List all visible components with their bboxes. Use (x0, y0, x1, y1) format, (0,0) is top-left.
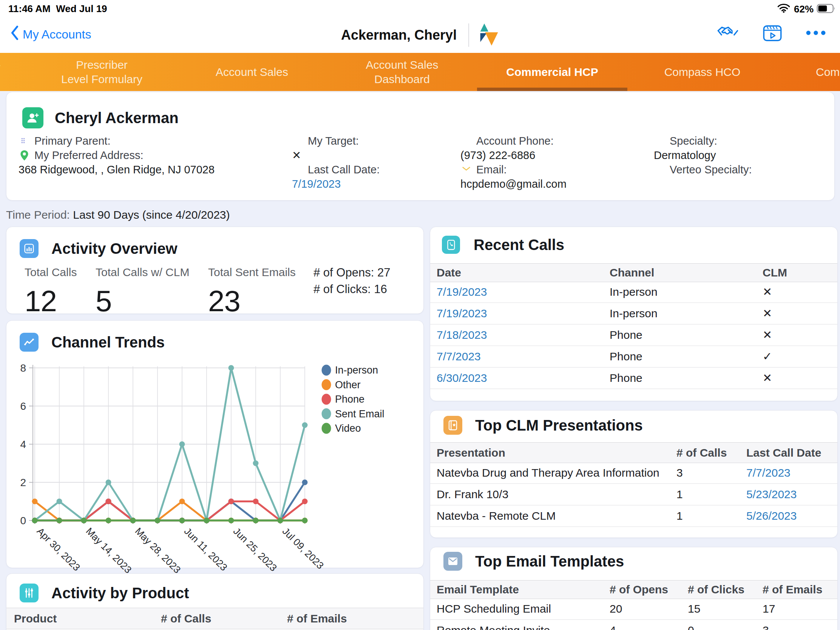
field-value: 368 Ridgewood, , Glen Ridge, NJ 07028 (19, 164, 215, 176)
tab-account-sales[interactable]: Account Sales (177, 53, 327, 91)
svg-text:Other: Other (335, 379, 361, 390)
nav-bar: My Accounts Ackerman, Cheryl (0, 17, 840, 53)
svg-text:2: 2 (20, 477, 26, 488)
table-header: Presentation # of Calls Last Call Date (430, 442, 837, 463)
stat-total-calls: Total Calls 12 (25, 266, 77, 318)
top-clm-title: Top CLM Presentations (475, 416, 643, 435)
call-date-link[interactable]: 7/19/2023 (437, 303, 487, 324)
call-channel: Phone (609, 324, 643, 346)
svg-text:Jun 25, 2023: Jun 25, 2023 (231, 525, 279, 574)
tab-bar: yPrescriberLevel FormularyAccount SalesA… (0, 53, 840, 91)
presentation-name: Dr. Frank 10/3 (437, 484, 508, 505)
more-icon[interactable] (805, 30, 826, 37)
call-clm-flag: ✓ (763, 346, 772, 367)
medical-icon (654, 135, 665, 147)
call-clm-flag: ✕ (763, 324, 772, 346)
contact-card: Cheryl Ackerman Primary Parent:My Prefer… (6, 92, 835, 201)
clock-icon (292, 164, 304, 175)
tab-compass-hco[interactable]: Compass HCO (627, 53, 777, 91)
column-header: Email Template (437, 581, 519, 598)
wifi-icon (777, 3, 790, 15)
tab-account-sales-dashboard[interactable]: Account SalesDashboard (327, 53, 477, 91)
app-logo-icon (478, 23, 499, 48)
recent-call-row: 7/18/2023 Phone ✕ (430, 324, 837, 346)
email-template-name: Remote Meeting Invite (437, 620, 550, 630)
status-time-date: 11:46 AM Wed Jul 19 (8, 3, 107, 15)
stat-total-sent-emails: Total Sent Emails 23 (208, 266, 296, 318)
svg-text:0: 0 (20, 515, 26, 526)
tab-comp[interactable]: Comp (777, 53, 840, 91)
field-label: Primary Parent: (35, 135, 110, 147)
column-header: Channel (609, 264, 654, 282)
table-header: Email Template # of Opens # of Clicks # … (430, 580, 837, 599)
email-count: 3 (763, 620, 769, 630)
field-value: (973) 222-6886 (460, 149, 535, 162)
pin-icon (19, 150, 30, 161)
handshake-icon[interactable] (717, 25, 739, 44)
presentation-last-call-link[interactable]: 5/23/2023 (746, 484, 797, 505)
svg-text:May 28, 2023: May 28, 2023 (133, 525, 183, 576)
field-label: Email: (476, 164, 507, 176)
nav-divider (468, 24, 469, 47)
call-clm-flag: ✕ (763, 303, 772, 324)
person-icon (22, 107, 43, 128)
presentation-calls: 3 (676, 462, 683, 483)
contact-column: Primary Parent:My Preferred Address:368 … (19, 134, 260, 177)
recent-call-row: 7/7/2023 Phone ✓ (430, 346, 837, 368)
presentation-last-call-link[interactable]: 7/7/2023 (746, 462, 791, 483)
contact-column: Account Phone:(973) 222-6886Email:hcpdem… (460, 134, 642, 191)
call-channel: Phone (609, 368, 643, 388)
column-header: # of Emails (763, 581, 822, 598)
field-label: My Preferred Address: (35, 149, 144, 162)
field-value-link[interactable]: 7/19/2023 (292, 178, 341, 190)
call-date-link[interactable]: 7/19/2023 (437, 281, 487, 303)
clm-presentation-row: Dr. Frank 10/3 1 5/23/2023 (430, 484, 837, 505)
field-value: ✕ (292, 149, 301, 162)
video-icon[interactable] (763, 25, 782, 43)
tab-commercial-hcp[interactable]: Commercial HCP (477, 53, 627, 91)
field-label: Account Phone: (476, 135, 554, 147)
field-label: My Target: (308, 135, 359, 147)
email-clicks: 0 (688, 620, 694, 630)
field-label: Last Call Date: (308, 164, 380, 176)
svg-text:Phone: Phone (335, 393, 365, 405)
call-date-link[interactable]: 6/30/2023 (437, 368, 487, 388)
svg-text:May 14, 2023: May 14, 2023 (84, 525, 134, 576)
tab-prescriber-level-formulary[interactable]: PrescriberLevel Formulary (27, 53, 177, 91)
presentation-icon (444, 416, 462, 435)
column-header: Date (437, 264, 461, 282)
svg-text:Video: Video (335, 423, 361, 434)
contact-name: Cheryl Ackerman (55, 107, 178, 128)
email-count: 17 (763, 598, 775, 619)
status-date: Wed Jul 19 (56, 3, 107, 14)
field-label: Specialty: (669, 135, 717, 147)
call-channel: In-person (609, 303, 658, 324)
contact-column: Specialty:DermatologyVerteo Specialty: (654, 134, 820, 177)
clicks-counter: # of Clicks: 16 (314, 283, 390, 296)
phone-icon (460, 135, 472, 147)
presentation-last-call-link[interactable]: 5/26/2023 (746, 505, 797, 526)
table-header: Product # of Calls # of Emails (6, 608, 423, 629)
call-date-link[interactable]: 7/18/2023 (437, 324, 487, 346)
svg-text:4: 4 (20, 439, 26, 450)
stat-opens-clicks: # of Opens: 27 # of Clicks: 16 (314, 266, 390, 296)
battery-icon (816, 4, 835, 15)
stat-total-calls-clm: Total Calls w/ CLM 5 (96, 266, 189, 318)
recent-call-row: 6/30/2023 Phone ✕ (430, 368, 837, 389)
column-header: Presentation (437, 443, 505, 463)
presentation-calls: 1 (676, 484, 683, 505)
svg-text:Jul 09, 2023: Jul 09, 2023 (280, 525, 326, 571)
call-date-link[interactable]: 7/7/2023 (437, 346, 481, 367)
email-clicks: 15 (688, 598, 700, 619)
recent-call-row: 7/19/2023 In-person ✕ (430, 281, 837, 303)
status-time: 11:46 AM (8, 3, 51, 14)
back-chevron-icon (11, 26, 19, 43)
field-label: Verteo Specialty: (669, 164, 752, 176)
back-label: My Accounts (23, 28, 91, 41)
tab-y[interactable]: y (0, 53, 17, 91)
building-icon (19, 135, 30, 147)
time-period: Time Period: Last 90 Days (since 4/20/20… (6, 208, 230, 221)
email-template-name: HCP Scheduling Email (437, 598, 551, 619)
call-clm-flag: ✕ (763, 281, 772, 303)
back-button[interactable]: My Accounts (11, 26, 91, 43)
